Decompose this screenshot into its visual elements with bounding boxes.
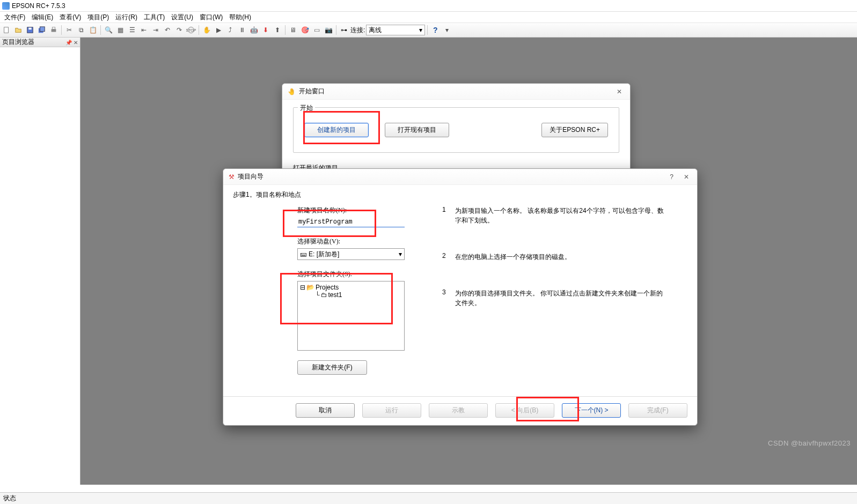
pin-icon[interactable]: 📌 [65,40,72,46]
project-wizard-dialog: ⚒ 项目向导 ? ✕ 步骤1。项目名称和地点 新建项目名称(N): 选择驱动盘(… [223,168,698,426]
tb-find-icon[interactable]: 🔍 [103,25,114,35]
drive-icon: 🖴 [300,250,306,258]
tb-cut-icon[interactable]: ✂ [64,25,75,35]
wizard-step-label: 步骤1。项目名称和地点 [233,190,687,199]
drive-dropdown[interactable]: 🖴 E: [新加卷] ▾ [297,248,405,260]
side-panel-body [0,47,80,485]
cancel-button[interactable]: 取消 [296,403,355,418]
svg-rect-6 [52,27,55,29]
folder-label: 选择项目文件夹(S): [297,270,410,279]
tb-monitor-icon[interactable]: 🖥 [288,25,298,35]
inst-num-2: 2 [442,252,449,262]
tb-list-icon[interactable]: ☰ [127,25,137,35]
app-title: EPSON RC+ 7.5.3 [12,2,65,10]
app-icon [2,2,10,10]
tb-save-icon[interactable] [25,25,35,35]
tb-window-icon[interactable]: ▭ [311,25,322,35]
menu-window[interactable]: 窗口(W) [196,12,226,23]
status-bar: 状态 [0,492,857,504]
start-group: 创建新的项目 打开现有项目 关于EPSON RC+ [293,107,619,153]
tb-target-icon[interactable]: 🎯 [299,25,310,35]
inst-num-3: 3 [442,288,449,308]
tb-step-icon[interactable]: ⤴ [225,25,236,35]
status-text: 状态 [3,494,16,503]
project-browser-panel: 页目浏览器 📌 ✕ [0,38,80,485]
teach-button: 示教 [429,403,488,418]
menu-tools[interactable]: 工具(T) [141,12,168,23]
back-button: < 向后(B) [495,403,554,418]
tree-child-label: test1 [328,291,342,299]
about-button[interactable]: 关于EPSON RC+ [541,123,608,137]
tb-stop-icon[interactable]: STOP [186,25,196,35]
folder-open-icon: 📂 [306,284,314,291]
tb-print-icon[interactable] [48,25,59,35]
tree-leaf-icon: └ [315,291,320,299]
create-new-project-button[interactable]: 创建新的项目 [304,123,369,137]
folder-closed-icon: 🗀 [321,291,327,299]
open-existing-project-button[interactable]: 打开现有项目 [385,123,449,137]
start-window-title: 开始窗口 [299,87,325,96]
tb-pause-icon[interactable]: ⏸ [237,25,247,35]
tb-saveall-icon[interactable] [36,25,47,35]
start-window-close-icon[interactable]: ✕ [614,86,625,97]
close-panel-icon[interactable]: ✕ [74,40,78,46]
project-name-label: 新建项目名称(N): [297,206,410,215]
start-window-icon: 🤚 [288,88,296,95]
instruction-1: 为新项目输入一个名称。 该名称最多可以有24个字符，可以包含字母、数字和下划线。 [455,206,666,225]
tb-redo-icon[interactable]: ↷ [174,25,185,35]
toolbar: ✂ ⧉ 📋 🔍 ▦ ☰ ⇤ ⇥ ↶ ↷ STOP ✋ ▶ ⤴ ⏸ 🤖 ⬇ ⬆ 🖥… [0,23,857,38]
svg-rect-5 [52,29,56,32]
menu-project[interactable]: 项目(P) [84,12,112,23]
tree-root-label: Projects [316,284,339,291]
tb-copy-icon[interactable]: ⧉ [76,25,86,35]
tb-help-icon[interactable]: ? [430,25,441,35]
finish-button: 完成(F) [628,403,687,418]
menu-edit[interactable]: 编辑(E) [28,12,56,23]
tb-download-icon[interactable]: ⬇ [260,25,271,35]
tree-expand-icon[interactable]: ⊟ [300,284,305,291]
drive-label: 选择驱动盘(V): [297,237,410,246]
tb-indent-out-icon[interactable]: ⇥ [150,25,161,35]
wizard-title: 项目向导 [238,172,263,181]
next-button[interactable]: 下一个(N) > [562,403,621,418]
tb-robot-icon[interactable]: 🤖 [248,25,259,35]
tb-hand-icon[interactable]: ✋ [201,25,212,35]
instruction-3: 为你的项目选择项目文件夹。 你可以通过点击新建文件夹来创建一个新的文件夹。 [455,288,666,308]
tb-open-icon[interactable] [13,25,24,35]
app-titlebar: EPSON RC+ 7.5.3 [0,0,857,12]
chevron-down-icon: ▾ [399,250,402,258]
menu-setup[interactable]: 设置(U) [168,12,196,23]
svg-rect-4 [40,27,45,32]
tb-paste-icon[interactable]: 📋 [87,25,98,35]
connect-dropdown[interactable]: 离线 ▾ [366,25,425,35]
tree-child-item[interactable]: └ 🗀 test1 [300,291,402,299]
svg-rect-2 [28,28,31,30]
wizard-help-icon[interactable]: ? [670,173,673,181]
run-button: 运行 [362,403,421,418]
menu-run[interactable]: 运行(R) [112,12,141,23]
connect-label: 连接: [350,26,365,35]
tb-upload-icon[interactable]: ⬆ [272,25,283,35]
tb-new-icon[interactable] [1,25,12,35]
folder-tree[interactable]: ⊟ 📂 Projects └ 🗀 test1 [297,281,405,351]
tb-undo-icon[interactable]: ↶ [162,25,173,35]
connect-value: 离线 [369,26,382,35]
tb-link-icon: ⊶ [341,26,347,34]
inst-num-1: 1 [442,206,449,225]
menu-file[interactable]: 文件(F) [1,12,28,23]
chevron-down-icon: ▾ [419,26,422,34]
side-panel-title: 页目浏览器 [2,38,34,47]
menu-view[interactable]: 查看(V) [56,12,84,23]
tb-help-chevron-icon[interactable]: ▾ [442,25,452,35]
tb-grid-icon[interactable]: ▦ [115,25,126,35]
new-folder-button[interactable]: 新建文件夹(F) [297,360,367,375]
tb-camera-icon[interactable]: 📷 [323,25,334,35]
wizard-close-icon[interactable]: ✕ [681,172,692,182]
svg-rect-0 [4,27,9,33]
tb-play-icon[interactable]: ▶ [213,25,224,35]
project-name-input[interactable] [297,217,405,227]
menu-help[interactable]: 帮助(H) [226,12,254,23]
menu-bar: 文件(F) 编辑(E) 查看(V) 项目(P) 运行(R) 工具(T) 设置(U… [0,12,857,23]
tree-root-item[interactable]: ⊟ 📂 Projects [300,284,402,291]
tb-indent-in-icon[interactable]: ⇤ [138,25,149,35]
